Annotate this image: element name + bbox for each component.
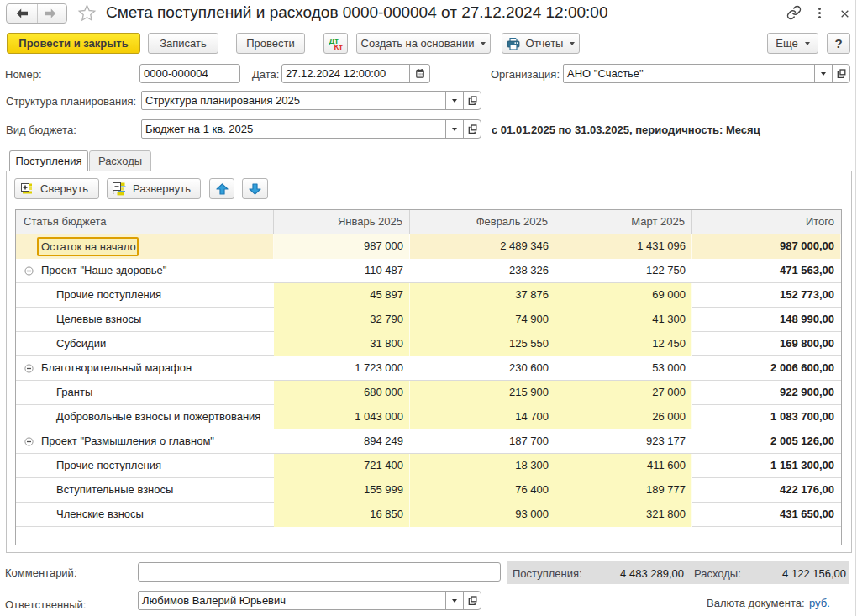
svg-text:Кт: Кт: [334, 42, 344, 51]
